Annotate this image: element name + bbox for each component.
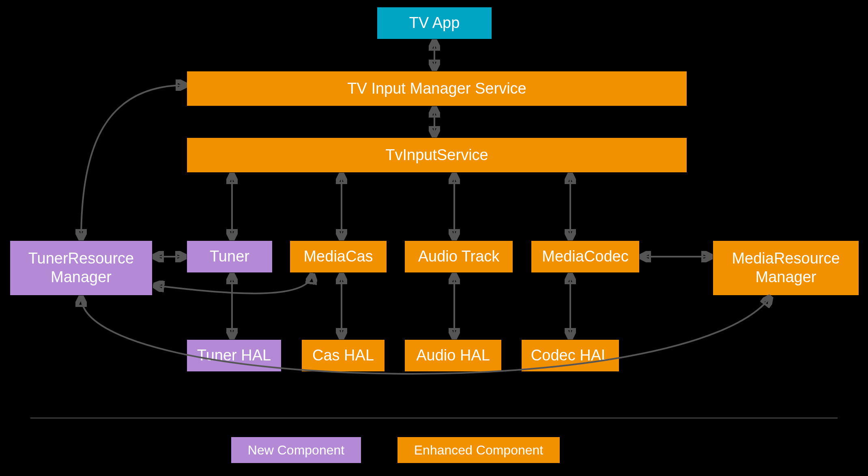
legend-new-component: New Component	[231, 437, 361, 463]
media-resource-manager-box: MediaResource Manager	[713, 241, 859, 295]
legend-enhanced-component: Enhanced Component	[397, 437, 560, 463]
legend-divider	[30, 418, 838, 418]
audio-hal-box: Audio HAL	[405, 340, 501, 371]
tuner-hal-box: Tuner HAL	[187, 340, 281, 371]
mrm-line2: Manager	[756, 268, 816, 285]
tuner-box: Tuner	[187, 241, 272, 272]
cas-hal-box: Cas HAL	[302, 340, 385, 371]
trm-line1: TunerResource	[28, 250, 134, 267]
audio-track-box: Audio Track	[405, 241, 513, 272]
mediacodec-box: MediaCodec	[531, 241, 639, 272]
codec-hal-box: Codec HAL	[522, 340, 619, 371]
mrm-line1: MediaResource	[732, 250, 840, 267]
trm-line2: Manager	[51, 268, 112, 285]
tv-input-service-box: TvInputService	[187, 138, 687, 172]
tv-app-box: TV App	[377, 7, 492, 39]
mediacas-box: MediaCas	[290, 241, 387, 272]
tv-input-manager-service-box: TV Input Manager Service	[187, 71, 687, 106]
tuner-resource-manager-box: TunerResource Manager	[10, 241, 152, 295]
